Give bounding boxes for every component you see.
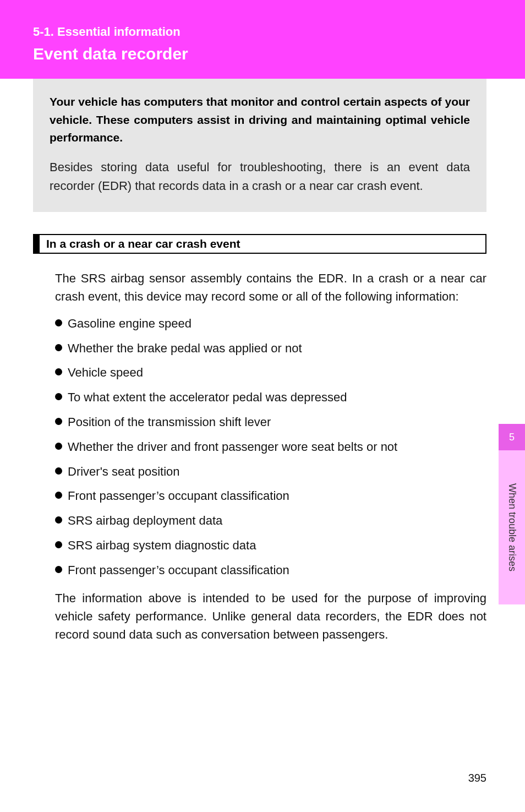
section-title: Event data recorder — [33, 45, 492, 63]
intro-box: Your vehicle has computers that monitor … — [33, 79, 486, 212]
bullet-icon — [55, 467, 62, 475]
body-text: The SRS airbag sensor assembly contains … — [33, 269, 486, 644]
bullet-icon — [55, 418, 62, 425]
subsection-heading-text: In a crash or a near car crash event — [39, 234, 486, 254]
bullet-text: SRS airbag system diagnostic data — [68, 537, 256, 554]
bullet-text: Front passenger’s occupant classificatio… — [68, 488, 289, 505]
bullet-icon — [55, 319, 62, 326]
list-item: SRS airbag deployment data — [55, 513, 486, 530]
bullet-text: Gasoline engine speed — [68, 315, 192, 333]
bullet-text: Position of the transmission shift lever — [68, 414, 271, 431]
bullet-text: Driver's seat position — [68, 464, 180, 481]
lead-paragraph: The SRS airbag sensor assembly contains … — [55, 269, 486, 306]
bullet-list: Gasoline engine speed Whether the brake … — [55, 315, 486, 579]
bullet-icon — [55, 344, 62, 351]
bullet-text: Whether the brake pedal was applied or n… — [68, 340, 302, 357]
list-item: Whether the driver and front passenger w… — [55, 439, 486, 456]
bullet-icon — [55, 516, 62, 524]
section-chapter: 5-1. Essential information — [33, 25, 492, 39]
intro-paragraph: Besides storing data useful for troubles… — [50, 158, 470, 195]
closing-paragraph: The information above is intended to be … — [55, 589, 486, 644]
intro-bold-text: Your vehicle has computers that monitor … — [50, 93, 470, 147]
list-item: SRS airbag system diagnostic data — [55, 537, 486, 554]
page-number: 395 — [468, 772, 486, 784]
bullet-icon — [55, 443, 62, 450]
list-item: Gasoline engine speed — [55, 315, 486, 333]
chapter-label-text: When trouble arises — [506, 483, 518, 571]
list-item: Vehicle speed — [55, 364, 486, 382]
bullet-icon — [55, 393, 62, 400]
chapter-label-tab: When trouble arises — [499, 450, 525, 604]
list-item: Front passenger’s occupant classificatio… — [55, 562, 486, 579]
content-area: Your vehicle has computers that monitor … — [0, 79, 525, 644]
bullet-icon — [55, 492, 62, 499]
list-item: Front passenger’s occupant classificatio… — [55, 488, 486, 505]
bullet-text: SRS airbag deployment data — [68, 513, 222, 530]
bullet-icon — [55, 566, 62, 573]
heading-accent-bar — [33, 234, 39, 254]
page: 5-1. Essential information Event data re… — [0, 0, 525, 812]
chapter-number-tab: 5 — [499, 424, 525, 450]
bullet-text: Front passenger’s occupant classificatio… — [68, 562, 289, 579]
list-item: Position of the transmission shift lever — [55, 414, 486, 431]
list-item: Whether the brake pedal was applied or n… — [55, 340, 486, 357]
bullet-text: To what extent the accelerator pedal was… — [68, 389, 347, 406]
list-item: Driver's seat position — [55, 464, 486, 481]
bullet-icon — [55, 368, 62, 375]
bullet-text: Whether the driver and front passenger w… — [68, 439, 397, 456]
bullet-icon — [55, 541, 62, 548]
header-band: 5-1. Essential information Event data re… — [0, 0, 525, 79]
subsection-heading: In a crash or a near car crash event — [33, 234, 486, 254]
side-tab: 5 When trouble arises — [499, 424, 525, 604]
bullet-text: Vehicle speed — [68, 364, 143, 382]
list-item: To what extent the accelerator pedal was… — [55, 389, 486, 406]
